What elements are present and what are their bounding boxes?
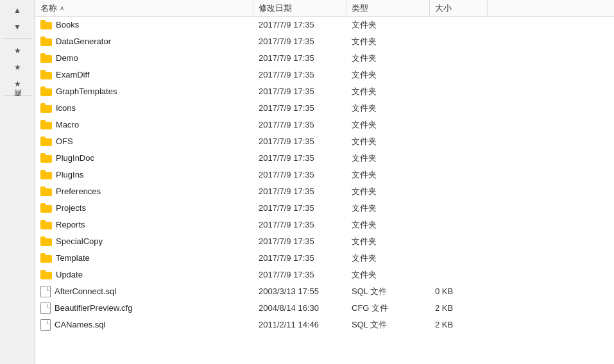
folder-name-label: Projects [56,203,86,213]
folder-row[interactable]: OFS 2017/7/9 17:35 文件夹 [35,133,614,150]
folder-icon [40,236,52,246]
sidebar-pin-btn-2[interactable]: ★ [7,60,28,75]
file-name-cell: CANames.sql [35,319,253,331]
folder-type-cell: 文件夹 [346,119,430,131]
file-name-cell: AfterConnect.sql [35,286,253,297]
folder-icon [40,153,52,163]
col-header-date[interactable]: 修改日期 [253,0,346,16]
folder-row[interactable]: PlugInDoc 2017/7/9 17:35 文件夹 [35,150,614,167]
sidebar-pin-btn-3[interactable]: ★ [7,76,28,92]
folder-name-label: OFS [56,136,73,146]
file-row[interactable]: BeautifierPreview.cfg 2004/8/14 16:30 CF… [35,300,614,317]
folder-icon [40,136,52,146]
folder-type-cell: 文件夹 [346,53,430,64]
folder-name-label: Icons [56,103,76,113]
folder-type-cell: 文件夹 [346,236,430,247]
folder-name-cell: Reports [35,220,253,229]
folder-icon [40,186,52,196]
file-row[interactable]: AfterConnect.sql 2003/3/13 17:55 SQL 文件 … [35,283,614,300]
folder-date-cell: 2017/7/9 17:35 [253,270,346,279]
folder-name-label: Books [56,20,79,29]
folder-name-label: Demo [56,53,78,63]
folder-date-cell: 2017/7/9 17:35 [253,236,346,246]
folder-name-cell: Books [35,20,253,29]
folder-name-label: DataGenerator [56,37,111,46]
folder-type-cell: 文件夹 [346,69,430,81]
folder-name-cell: Macro [35,120,253,129]
folder-row[interactable]: PlugIns 2017/7/9 17:35 文件夹 [35,167,614,183]
folder-type-cell: 文件夹 [346,269,430,281]
folder-date-cell: 2017/7/9 17:35 [253,253,346,263]
folder-name-cell: Preferences [35,186,253,196]
folder-type-cell: 文件夹 [346,186,430,197]
folder-row[interactable]: Icons 2017/7/9 17:35 文件夹 [35,100,614,117]
col-header-size[interactable]: 大小 [430,0,488,16]
folder-date-cell: 2017/7/9 17:35 [253,70,346,79]
folder-icon [40,53,52,63]
folder-icon [40,20,52,29]
sidebar-pin-btn-1[interactable]: ★ [7,43,28,58]
folder-row[interactable]: SpecialCopy 2017/7/9 17:35 文件夹 [35,233,614,250]
folder-name-cell: GraphTemplates [35,87,253,96]
folder-row[interactable]: Preferences 2017/7/9 17:35 文件夹 [35,183,614,200]
file-row[interactable]: CANames.sql 2011/2/11 14:46 SQL 文件 2 KB [35,317,614,333]
file-name-label: AfterConnect.sql [55,286,116,296]
folder-type-cell: 文件夹 [346,136,430,147]
folder-row[interactable]: Books 2017/7/9 17:35 文件夹 [35,17,614,33]
folder-icon [40,270,52,279]
sort-arrow-name: ∧ [60,4,64,12]
folder-date-cell: 2017/7/9 17:35 [253,53,346,63]
sidebar-down-btn[interactable]: ▼ [7,19,28,35]
col-header-name[interactable]: 名称 ∧ [35,0,253,16]
file-type-cell: SQL 文件 [346,286,430,297]
folder-row[interactable]: GraphTemplates 2017/7/9 17:35 文件夹 [35,83,614,100]
col-header-type[interactable]: 类型 [346,0,430,16]
sidebar-label: 商广 [12,100,24,105]
folder-icon [40,253,52,263]
folder-icon [40,170,52,179]
folder-name-label: Template [56,253,90,263]
folder-date-cell: 2017/7/9 17:35 [253,87,346,96]
file-type-cell: SQL 文件 [346,319,430,331]
folder-name-label: Update [56,270,83,279]
folder-row[interactable]: Template 2017/7/9 17:35 文件夹 [35,250,614,267]
folder-row[interactable]: Update 2017/7/9 17:35 文件夹 [35,267,614,283]
folder-name-label: Preferences [56,186,101,196]
folder-row[interactable]: Projects 2017/7/9 17:35 文件夹 [35,200,614,217]
folder-name-label: GraphTemplates [56,87,117,96]
folder-date-cell: 2017/7/9 17:35 [253,103,346,113]
file-date-cell: 2003/3/13 17:55 [253,286,346,296]
folder-name-cell: Update [35,270,253,279]
folder-icon [40,220,52,229]
folder-name-cell: Projects [35,203,253,213]
folder-icon [40,120,52,129]
folder-name-cell: Demo [35,53,253,63]
file-date-cell: 2004/8/14 16:30 [253,303,346,313]
file-size-cell: 2 KB [430,303,488,313]
file-name-label: CANames.sql [55,320,105,329]
folder-row[interactable]: ExamDiff 2017/7/9 17:35 文件夹 [35,67,614,83]
file-date-cell: 2011/2/11 14:46 [253,320,346,329]
folder-name-cell: Icons [35,103,253,113]
folder-icon [40,203,52,213]
file-icon [40,319,51,331]
folder-row[interactable]: Demo 2017/7/9 17:35 文件夹 [35,50,614,67]
folder-name-label: Macro [56,120,79,129]
folder-row[interactable]: Reports 2017/7/9 17:35 文件夹 [35,217,614,233]
folder-date-cell: 2017/7/9 17:35 [253,153,346,163]
folder-name-cell: OFS [35,136,253,146]
folder-type-cell: 文件夹 [346,19,430,31]
folder-row[interactable]: DataGenerator 2017/7/9 17:35 文件夹 [35,33,614,50]
folder-row[interactable]: Macro 2017/7/9 17:35 文件夹 [35,117,614,133]
file-browser-main: 名称 ∧ 修改日期 类型 大小 Books 2017/7/9 17:35 文件夹… [35,0,614,364]
folder-type-cell: 文件夹 [346,86,430,97]
folder-date-cell: 2017/7/9 17:35 [253,186,346,196]
sidebar-divider-1 [3,38,31,39]
folder-date-cell: 2017/7/9 17:35 [253,20,346,29]
folder-icon [40,103,52,113]
sidebar-divider-2 [3,95,31,96]
folder-name-label: ExamDiff [56,70,90,79]
sidebar-up-btn[interactable]: ▲ [7,3,28,18]
folder-type-cell: 文件夹 [346,203,430,214]
folder-name-label: PlugInDoc [56,153,94,163]
